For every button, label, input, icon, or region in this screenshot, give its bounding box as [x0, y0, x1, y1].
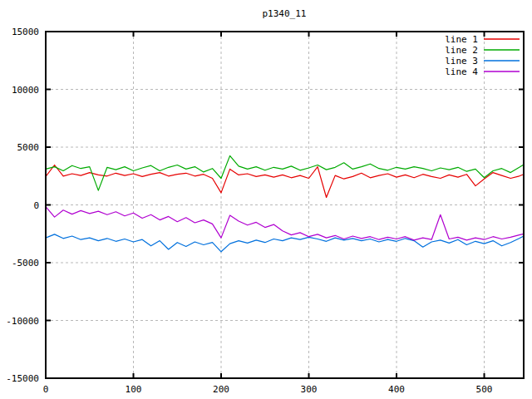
- chart-title: p1340_11: [263, 8, 307, 19]
- y-tick-label: -15000: [6, 373, 39, 384]
- series-line-3: [46, 234, 524, 252]
- plot-canvas: p1340_11 0100200300400500-15000-10000-50…: [0, 0, 532, 399]
- legend-label-line-1: line 1: [445, 34, 478, 45]
- x-tick-label: 100: [126, 384, 142, 395]
- y-tick-label: 10000: [12, 85, 39, 96]
- y-tick-label: -5000: [12, 258, 39, 268]
- x-tick-label: 0: [43, 384, 49, 395]
- x-tick-label: 300: [301, 384, 318, 395]
- legend-label-line-4: line 4: [445, 66, 478, 77]
- x-tick-label: 500: [476, 384, 493, 395]
- series-line-4: [46, 207, 524, 240]
- legend-label-line-2: line 2: [445, 45, 478, 56]
- series-line-1: [46, 165, 524, 198]
- y-tick-label: 15000: [12, 27, 39, 37]
- legend-label-line-3: line 3: [445, 56, 478, 66]
- y-tick-label: 0: [33, 200, 39, 211]
- y-tick-label: 5000: [17, 142, 40, 153]
- x-tick-label: 200: [213, 384, 229, 395]
- x-tick-label: 400: [388, 384, 405, 395]
- y-tick-label: -10000: [6, 316, 39, 327]
- chart-window: p1340_11 0100200300400500-15000-10000-50…: [0, 0, 532, 399]
